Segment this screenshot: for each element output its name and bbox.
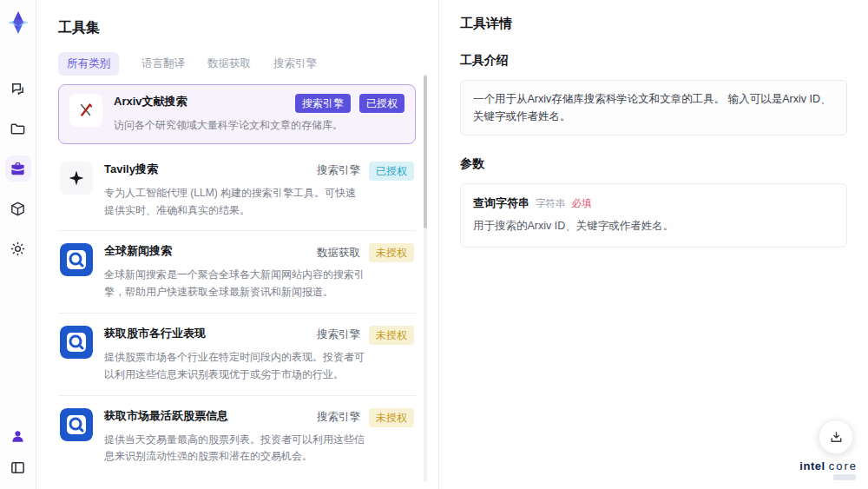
sidebar-item-settings[interactable] xyxy=(5,235,31,261)
collapse-panel-icon xyxy=(10,459,26,476)
tool-badges: 搜索引擎未授权 xyxy=(310,408,414,427)
parameter-type: 字符串 xyxy=(536,197,566,210)
blue-search-logo-icon xyxy=(60,326,93,359)
parameter-name: 查询字符串 xyxy=(473,195,529,211)
parameter-card: 查询字符串 字符串 必填 用于搜索的Arxiv ID、关键字或作者姓名。 xyxy=(460,183,847,248)
tool-description: 提供当天交易量最高的股票列表。投资者可以利用这些信息来识别流动性强的股票和潜在的… xyxy=(104,432,365,466)
tab-search-engine[interactable]: 搜索引擎 xyxy=(273,52,317,76)
globe-icon xyxy=(60,326,93,359)
tool-description: 专为人工智能代理 (LLM) 构建的搜索引擎工具。可快速提供实时、准确和真实的结… xyxy=(104,185,365,220)
sidebar-item-tools[interactable] xyxy=(5,155,31,182)
tool-detail-panel: 工具详情 工具介绍 一个用于从Arxiv存储库搜索科学论文和文章的工具。 输入可… xyxy=(438,0,868,489)
tool-list-item[interactable]: Arxiv文献搜索 搜索引擎已授权 访问各个研究领域大量科学论文和文章的存储库。 xyxy=(58,84,416,144)
tool-badges: 搜索引擎已授权 xyxy=(288,94,404,113)
tool-category-badge: 数据获取 xyxy=(317,246,360,261)
tool-list-item[interactable]: 获取市场最活跃股票信息 搜索引擎未授权 提供当天交易量最高的股票列表。投资者可以… xyxy=(58,396,416,477)
tab-all[interactable]: 所有类别 xyxy=(58,52,119,76)
tab-data-fetch[interactable]: 数据获取 xyxy=(207,52,251,76)
intro-heading: 工具介绍 xyxy=(460,53,847,69)
tool-description: 提供股票市场各个行业在特定时间段内的表现。投资者可以利用这些信息来识别表现优于或… xyxy=(104,349,365,384)
gear-icon xyxy=(10,241,26,257)
download-icon xyxy=(829,430,844,445)
intel-core-label: intel core xyxy=(799,459,858,472)
tool-auth-badge: 未授权 xyxy=(369,243,414,262)
user-avatar[interactable] xyxy=(7,425,30,447)
briefcase-icon xyxy=(10,161,26,177)
parameter-header: 查询字符串 字符串 必填 xyxy=(473,195,834,211)
tool-name: 获取市场最活跃股票信息 xyxy=(104,408,228,423)
tool-category-badge: 搜索引擎 xyxy=(317,327,360,342)
tools-panel: 工具集 所有类别语言翻译数据获取搜索引擎 Arxiv文献搜索 搜索引擎已授权 访… xyxy=(36,0,438,489)
page-title: 工具集 xyxy=(58,19,416,37)
scrollbar[interactable] xyxy=(424,74,427,482)
app-window: 工具集 所有类别语言翻译数据获取搜索引擎 Arxiv文献搜索 搜索引擎已授权 访… xyxy=(0,0,868,489)
folder-icon xyxy=(10,121,26,137)
parameter-required-flag: 必填 xyxy=(572,197,592,210)
blue-search-logo-icon xyxy=(60,408,93,441)
parameter-description: 用于搜索的Arxiv ID、关键字或作者姓名。 xyxy=(473,219,834,234)
intro-text: 一个用于从Arxiv存储库搜索科学论文和文章的工具。 输入可以是Arxiv ID… xyxy=(460,80,847,135)
tool-list-item[interactable]: 全球新闻搜索 数据获取未授权 全球新闻搜索是一个聚合全球各大新闻网站内容的搜索引… xyxy=(58,231,416,314)
tool-list-item[interactable]: Tavily搜索 搜索引擎已授权 专为人工智能代理 (LLM) 构建的搜索引擎工… xyxy=(58,149,416,232)
sidebar xyxy=(0,0,36,489)
tool-category-badge: 搜索引擎 xyxy=(317,163,360,178)
tool-auth-badge: 已授权 xyxy=(359,94,404,113)
tool-category-badge: 搜索引擎 xyxy=(317,410,360,425)
sidebar-item-files[interactable] xyxy=(5,116,31,142)
tool-name: 获取股市各行业表现 xyxy=(104,326,206,340)
tool-description: 访问各个研究领域大量科学论文和文章的存储库。 xyxy=(114,117,374,135)
globe-icon xyxy=(60,408,93,441)
tavily-star-icon xyxy=(68,169,85,187)
tool-category-badge: 搜索引擎 xyxy=(295,94,351,113)
tool-list: Arxiv文献搜索 搜索引擎已授权 访问各个研究领域大量科学论文和文章的存储库。… xyxy=(58,84,416,477)
tool-auth-badge: 未授权 xyxy=(369,408,414,427)
params-heading: 参数 xyxy=(460,156,847,172)
sidebar-item-chat[interactable] xyxy=(5,76,31,102)
avatar-icon xyxy=(10,428,26,445)
sidebar-nav xyxy=(5,76,31,261)
tab-translate[interactable]: 语言翻译 xyxy=(141,52,185,76)
tool-description: 全球新闻搜索是一个聚合全球各大新闻网站内容的搜索引擎，帮助用户快速获取全球最新资… xyxy=(104,267,365,301)
blue-search-logo-icon xyxy=(60,243,93,276)
scrollbar-thumb[interactable] xyxy=(424,76,427,228)
globe-icon xyxy=(60,243,93,276)
tool-name: Tavily搜索 xyxy=(104,162,158,176)
tool-auth-badge: 已授权 xyxy=(369,162,414,181)
star-icon xyxy=(60,162,93,195)
detail-title: 工具详情 xyxy=(460,16,847,32)
sidebar-bottom xyxy=(7,425,30,479)
collapse-sidebar-button[interactable] xyxy=(7,456,30,479)
category-tabs: 所有类别语言翻译数据获取搜索引擎 xyxy=(58,52,416,76)
chat-icon xyxy=(10,81,26,97)
tool-badges: 搜索引擎已授权 xyxy=(310,162,414,181)
app-logo-icon xyxy=(5,10,31,36)
cube-icon xyxy=(10,201,26,217)
tool-list-item[interactable]: 获取股市各行业表现 搜索引擎未授权 提供股票市场各个行业在特定时间段内的表现。投… xyxy=(58,314,416,396)
arxiv-logo-icon xyxy=(76,101,95,120)
tool-badges: 搜索引擎未授权 xyxy=(310,326,414,345)
sidebar-item-models[interactable] xyxy=(5,195,31,221)
intel-core-badge: intel core xyxy=(799,459,858,480)
tool-name: 全球新闻搜索 xyxy=(104,243,172,258)
tool-auth-badge: 未授权 xyxy=(369,326,414,345)
download-button[interactable] xyxy=(819,420,853,454)
intel-ultra-chip xyxy=(833,474,856,480)
tool-name: Arxiv文献搜索 xyxy=(114,94,187,109)
tool-badges: 数据获取未授权 xyxy=(310,243,414,262)
arxiv-icon xyxy=(69,94,102,127)
